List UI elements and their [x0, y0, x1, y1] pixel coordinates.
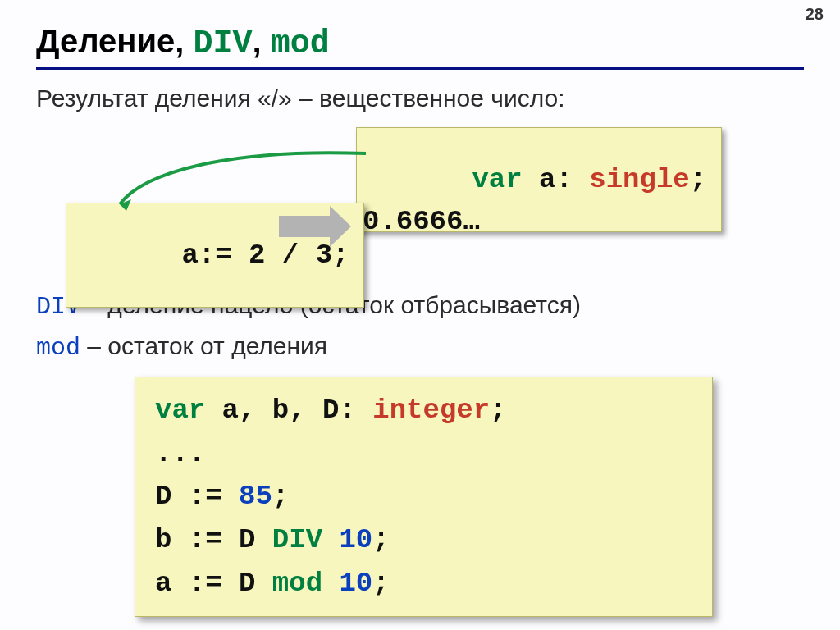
b2-l5-num: 10 — [339, 568, 372, 599]
title-kw-mod: mod — [271, 25, 330, 62]
b2-l5-left: a := D — [155, 568, 272, 599]
mod-explain: mod – остаток от деления — [36, 332, 804, 362]
b2-l5-semi: ; — [372, 568, 389, 599]
b2-l4-semi: ; — [372, 524, 389, 555]
b2-l1-mid: a, b, D: — [205, 395, 372, 426]
b2-ellipsis: ... — [155, 438, 205, 469]
b2-l3-semi: ; — [272, 481, 289, 512]
b2-l4-num: 10 — [339, 524, 372, 555]
slide-title: Деление, DIV, mod — [36, 23, 804, 70]
page-number: 28 — [806, 5, 824, 24]
decl-mid: a: — [523, 164, 590, 195]
b2-l1-semi: ; — [490, 395, 506, 426]
b2-var: var — [155, 395, 205, 426]
type-single: single — [589, 164, 689, 195]
mod-rest: – остаток от деления — [80, 332, 327, 359]
b2-l4-div: DIV — [272, 524, 322, 555]
b2-l4-left: b := D — [155, 524, 272, 555]
code-block: var a, b, D: integer; ... D := 85; b := … — [135, 377, 713, 617]
b2-l3-num: 85 — [239, 481, 272, 512]
slide: 28 Деление, DIV, mod Результат деления «… — [0, 0, 840, 630]
b2-integer: integer — [372, 395, 490, 426]
b2-l3-left: D := — [155, 481, 239, 512]
decl-semi: ; — [690, 164, 706, 195]
kw-mod-blue: mod — [36, 334, 80, 362]
result-value: 0.6666… — [363, 206, 480, 237]
title-kw-div: DIV — [194, 25, 253, 62]
b2-l5-mod: mod — [272, 568, 322, 599]
intro-text: Результат деления «/» – вещественное чис… — [36, 84, 804, 112]
title-word: Деление — [36, 23, 175, 59]
arrow-icon — [279, 216, 330, 237]
expr-code: a:= 2 / 3; — [181, 240, 349, 271]
kw-var: var — [472, 164, 522, 195]
example-row: var a: single; a:= 2 / 3; 0.6666… — [36, 124, 804, 288]
